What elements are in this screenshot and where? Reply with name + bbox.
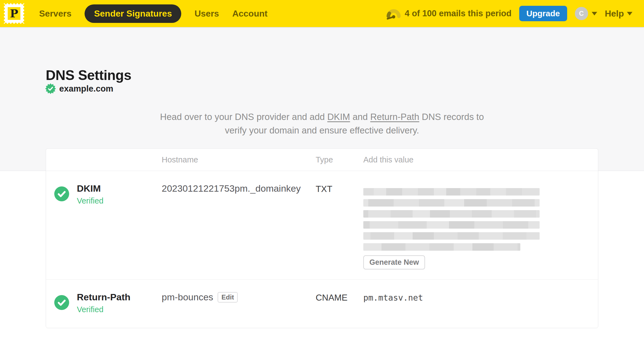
verified-seal-icon — [45, 83, 56, 94]
account-menu[interactable]: C — [575, 7, 597, 20]
nav-item-account[interactable]: Account — [232, 9, 267, 19]
domain-name: example.com — [59, 84, 113, 94]
instruction-between: and — [350, 112, 370, 122]
nav-items: Servers Sender Signatures Users Account — [39, 4, 267, 23]
return-path-verified-icon — [46, 292, 77, 311]
usage-indicator[interactable]: 4 of 100 emails this period — [386, 6, 512, 21]
upgrade-button[interactable]: Upgrade — [519, 6, 567, 21]
column-header-value: Add this value — [363, 155, 598, 164]
chevron-down-icon — [627, 12, 632, 15]
table-row-dkim: DKIM Verified 20230121221753pm._domainke… — [46, 171, 598, 279]
record-status: Verified — [77, 305, 162, 314]
instruction-text: Head over to your DNS provider and add D… — [160, 110, 484, 137]
return-path-hostname-cell: pm-bounces Edit — [162, 292, 316, 303]
redacted-bar — [363, 199, 540, 207]
dkim-verified-icon — [46, 183, 77, 202]
return-path-hostname: pm-bounces — [162, 292, 213, 303]
generate-new-button[interactable]: Generate New — [363, 255, 425, 269]
dkim-link[interactable]: DKIM — [327, 112, 350, 122]
dns-records-card: Hostname Type Add this value DKIM Verifi… — [46, 148, 598, 328]
postmark-logo-letter: P — [8, 7, 20, 20]
usage-text: 4 of 100 emails this period — [405, 9, 512, 18]
return-path-type: CNAME — [316, 292, 363, 303]
top-nav: P Servers Sender Signatures Users Accoun… — [0, 0, 644, 27]
dkim-name-cell: DKIM Verified — [77, 183, 162, 205]
nav-item-users[interactable]: Users — [194, 9, 219, 19]
instruction-pre: Head over to your DNS provider and add — [160, 112, 327, 122]
redacted-bar — [363, 232, 540, 240]
nav-item-sender-signatures[interactable]: Sender Signatures — [85, 4, 181, 23]
return-path-link[interactable]: Return-Path — [370, 112, 419, 122]
record-name: Return-Path — [77, 292, 162, 303]
dkim-value-cell: Generate New — [363, 183, 598, 269]
page-title: DNS Settings — [46, 68, 131, 83]
help-label: Help — [605, 9, 624, 19]
return-path-name-cell: Return-Path Verified — [77, 292, 162, 314]
instruction-post: DNS records to — [419, 112, 484, 122]
redacted-bar — [363, 210, 540, 218]
redacted-bar — [363, 188, 540, 196]
column-header-hostname: Hostname — [162, 155, 316, 164]
record-status: Verified — [77, 196, 162, 205]
postmark-logo[interactable]: P — [4, 3, 24, 24]
table-header-row: Hostname Type Add this value — [46, 149, 598, 171]
redacted-bar — [363, 243, 520, 251]
instruction-line2: verify your domain and ensure effective … — [225, 125, 419, 135]
domain-row: example.com — [45, 83, 113, 94]
avatar: C — [575, 7, 588, 20]
nav-item-servers[interactable]: Servers — [39, 9, 71, 19]
help-menu[interactable]: Help — [605, 9, 632, 19]
return-path-value: pm.mtasv.net — [363, 292, 598, 303]
table-row-return-path: Return-Path Verified pm-bounces Edit CNA… — [46, 279, 598, 328]
redacted-bar — [363, 221, 540, 229]
gauge-icon — [386, 6, 401, 21]
record-name: DKIM — [77, 183, 162, 194]
redacted-value-bars — [363, 188, 540, 251]
chevron-down-icon — [592, 12, 597, 15]
edit-button[interactable]: Edit — [218, 292, 238, 303]
dkim-hostname: 20230121221753pm._domainkey — [162, 183, 316, 194]
nav-right: 4 of 100 emails this period Upgrade C He… — [386, 6, 632, 21]
dkim-type: TXT — [316, 183, 363, 194]
column-header-type: Type — [316, 155, 363, 164]
